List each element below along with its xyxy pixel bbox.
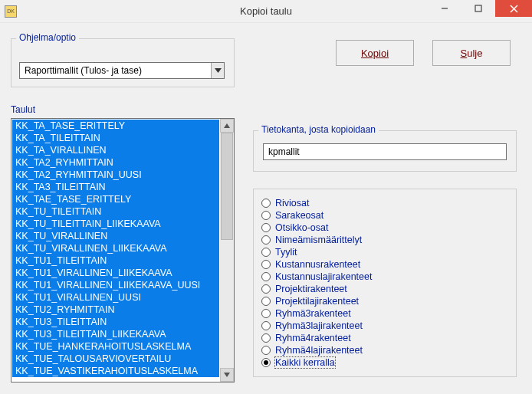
list-item[interactable]: KK_TA_TASE_ERITTELY [12, 120, 219, 132]
radio-option[interactable]: Nimeämismäärittelyt [261, 234, 508, 246]
radio-option[interactable]: Sarakeosat [261, 209, 508, 222]
list-item[interactable]: KK_TA2_RYHMITTAIN [12, 156, 219, 169]
list-item[interactable]: KK_TU_TILEITTAIN [12, 205, 219, 218]
radio-label: Projektirakenteet [275, 284, 347, 294]
close-dialog-button[interactable]: Sulje [432, 40, 511, 66]
radio-icon [261, 223, 271, 232]
program-option-combo[interactable]: Raporttimallit (Tulos- ja tase) [19, 62, 225, 79]
database-group: Tietokanta, josta kopioidaan [253, 130, 517, 172]
radio-option[interactable]: Kaikki kerralla [261, 356, 508, 369]
radio-icon [261, 358, 271, 367]
radio-icon [261, 346, 271, 355]
radio-option[interactable]: Otsikko-osat [261, 222, 508, 234]
list-item[interactable]: KK_TU_TILEITTAIN_LIIKEKAAVA [12, 218, 219, 230]
radio-option[interactable]: Kustannusrakenteet [261, 258, 508, 271]
radio-label: Projektilajirakenteet [275, 296, 359, 307]
program-option-group: Ohjelma/optio Raporttimallit (Tulos- ja … [11, 38, 235, 87]
radio-option[interactable]: Ryhmä3lajirakenteet [261, 320, 508, 332]
list-item[interactable]: KK_TA_VIRALLINEN [12, 144, 219, 156]
radio-icon [261, 321, 271, 330]
database-input[interactable] [263, 143, 507, 160]
program-option-legend: Ohjelma/optio [16, 32, 79, 43]
list-item[interactable]: KK_TA2_RYHMITTAIN_UUSI [12, 169, 219, 181]
radio-label: Ryhmä3lajirakenteet [275, 320, 363, 331]
app-icon: DK [5, 5, 17, 18]
radio-icon [261, 272, 271, 281]
svg-marker-5 [224, 123, 230, 128]
scroll-down-icon[interactable] [220, 368, 234, 382]
radio-option[interactable]: Ryhmä4lajirakenteet [261, 344, 508, 356]
scroll-thumb[interactable] [221, 133, 233, 240]
list-item[interactable]: KK_TU2_RYHMITTAIN [12, 304, 219, 316]
radio-icon [261, 211, 271, 220]
svg-marker-4 [215, 68, 222, 73]
list-item[interactable]: KK_TAE_TASE_ERITTELY [12, 193, 219, 205]
svg-marker-6 [224, 373, 230, 377]
radio-label: Sarakeosat [275, 210, 323, 221]
radio-label: Tyylit [275, 247, 297, 258]
radio-label: Otsikko-osat [275, 222, 328, 233]
list-item[interactable]: KK_TUE_HANKERAHOITUSLASKELMA [12, 340, 219, 353]
tables-listbox[interactable]: KK_TA_TASE_ERITTELYKK_TA_TILEITTAINKK_TA… [11, 118, 235, 383]
radio-icon [261, 199, 271, 208]
list-item[interactable]: KK_TU3_TILEITTAIN_LIIKEKAAVA [12, 328, 219, 340]
title-bar: DK Kopioi taulu [0, 0, 532, 23]
tables-label: Taulut [11, 104, 521, 115]
radio-icon [261, 297, 271, 306]
list-item[interactable]: KK_TU_VIRALLINEN [12, 230, 219, 242]
maximize-button[interactable] [461, 0, 495, 17]
copy-button[interactable]: Kopioi [336, 40, 414, 66]
list-item[interactable]: KK_TA_TILEITTAIN [12, 132, 219, 144]
radio-icon [261, 333, 271, 343]
list-item[interactable]: KK_TUE_TALOUSARVIOVERTAILU [12, 353, 219, 365]
scroll-up-icon[interactable] [220, 119, 234, 133]
radio-option[interactable]: Kustannuslajirakenteet [261, 271, 508, 283]
list-item[interactable]: KK_TU3_TILEITTAIN [12, 316, 219, 328]
list-item[interactable]: KK_TU_VIRALLINEN_LIIKEKAAVA [12, 242, 219, 254]
radio-icon [261, 235, 271, 245]
list-item[interactable]: KK_TU1_TILEITTAIN [12, 254, 219, 267]
list-item[interactable]: KK_TUE_VASTIKERAHOITUSLASKELMA [12, 365, 219, 377]
radio-option[interactable]: Tyylit [261, 246, 508, 258]
radio-label: Kustannuslajirakenteet [275, 271, 372, 282]
close-button-label: Sulje [461, 48, 483, 59]
minimize-button[interactable] [428, 0, 461, 17]
radio-label: Ryhmä4lajirakenteet [275, 345, 363, 356]
database-legend: Tietokanta, josta kopioidaan [258, 124, 379, 135]
radio-icon [261, 248, 271, 257]
radio-label: Riviosat [275, 198, 309, 208]
window-controls [428, 0, 532, 17]
listbox-scrollbar[interactable] [220, 119, 234, 382]
chevron-down-icon[interactable] [211, 63, 224, 78]
list-item[interactable]: KK_TA3_TILEITTAIN [12, 181, 219, 193]
list-item[interactable]: KK_TU1_VIRALLINEN_LIIKEKAAVA [12, 267, 219, 279]
radio-label: Kaikki kerralla [275, 357, 335, 368]
program-option-value: Raporttimallit (Tulos- ja tase) [20, 65, 211, 76]
close-button[interactable] [495, 0, 532, 17]
radio-option[interactable]: Ryhmä3rakenteet [261, 307, 508, 320]
radio-icon [261, 284, 271, 294]
list-item[interactable]: KK_TU1_VIRALLINEN_LIIKEKAAVA_UUSI [12, 279, 219, 291]
radio-option[interactable]: Projektirakenteet [261, 283, 508, 295]
copy-options-group: RiviosatSarakeosatOtsikko-osatNimeämismä… [253, 189, 517, 377]
copy-button-label: Kopioi [361, 48, 389, 59]
svg-rect-1 [475, 5, 481, 11]
radio-icon [261, 309, 271, 318]
radio-icon [261, 260, 271, 269]
radio-option[interactable]: Ryhmä4rakenteet [261, 332, 508, 344]
radio-option[interactable]: Projektilajirakenteet [261, 295, 508, 307]
radio-label: Kustannusrakenteet [275, 259, 360, 270]
radio-option[interactable]: Riviosat [261, 197, 508, 209]
radio-label: Ryhmä3rakenteet [275, 308, 351, 319]
list-item[interactable]: KK_TU1_VIRALLINEN_UUSI [12, 291, 219, 304]
radio-label: Ryhmä4rakenteet [275, 333, 351, 343]
radio-label: Nimeämismäärittelyt [275, 235, 362, 245]
